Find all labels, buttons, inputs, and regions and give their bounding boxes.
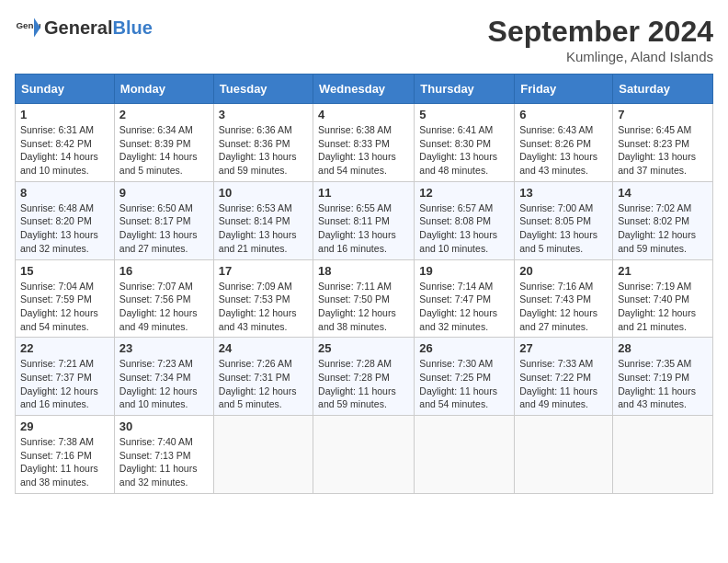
day-info: Sunrise: 6:55 AMSunset: 8:11 PMDaylight:…: [318, 201, 409, 256]
location-text: Kumlinge, Aland Islands: [488, 49, 713, 64]
day-number: 23: [119, 341, 209, 355]
day-number: 10: [219, 186, 308, 200]
logo-icon: General: [15, 15, 40, 40]
day-number: 22: [20, 341, 109, 355]
calendar-cell: 20Sunrise: 7:16 AMSunset: 7:43 PMDayligh…: [515, 259, 613, 338]
day-info: Sunrise: 7:35 AMSunset: 7:19 PMDaylight:…: [618, 357, 708, 411]
day-info: Sunrise: 7:28 AMSunset: 7:28 PMDaylight:…: [318, 357, 409, 411]
day-info: Sunrise: 7:38 AMSunset: 7:16 PMDaylight:…: [20, 435, 109, 489]
calendar-cell: 25Sunrise: 7:28 AMSunset: 7:28 PMDayligh…: [313, 338, 415, 416]
day-info: Sunrise: 6:41 AMSunset: 8:30 PMDaylight:…: [419, 123, 509, 178]
calendar-cell: 15Sunrise: 7:04 AMSunset: 7:59 PMDayligh…: [16, 259, 115, 338]
day-info: Sunrise: 7:04 AMSunset: 7:59 PMDaylight:…: [20, 280, 109, 334]
day-info: Sunrise: 6:48 AMSunset: 8:20 PMDaylight:…: [20, 201, 109, 256]
calendar-cell: 14Sunrise: 7:02 AMSunset: 8:02 PMDayligh…: [613, 181, 713, 259]
day-number: 5: [419, 108, 509, 121]
day-info: Sunrise: 7:40 AMSunset: 7:13 PMDaylight:…: [119, 435, 209, 489]
calendar-cell: 2Sunrise: 6:34 AMSunset: 8:39 PMDaylight…: [114, 104, 213, 182]
day-info: Sunrise: 6:36 AMSunset: 8:36 PMDaylight:…: [219, 123, 308, 178]
day-number: 2: [119, 108, 209, 121]
calendar-cell: 4Sunrise: 6:38 AMSunset: 8:33 PMDaylight…: [313, 104, 415, 182]
calendar-week-row: 1Sunrise: 6:31 AMSunset: 8:42 PMDaylight…: [16, 104, 713, 182]
calendar-cell: [313, 416, 415, 494]
day-number: 29: [20, 419, 109, 433]
day-info: Sunrise: 7:02 AMSunset: 8:02 PMDaylight:…: [618, 201, 708, 256]
day-number: 8: [20, 186, 109, 200]
column-header-friday: Friday: [515, 75, 613, 104]
calendar-cell: 27Sunrise: 7:33 AMSunset: 7:22 PMDayligh…: [515, 338, 613, 416]
day-info: Sunrise: 6:50 AMSunset: 8:17 PMDaylight:…: [119, 201, 209, 256]
title-area: September 2024 Kumlinge, Aland Islands: [488, 15, 713, 64]
calendar-cell: 30Sunrise: 7:40 AMSunset: 7:13 PMDayligh…: [114, 416, 213, 494]
calendar-header-row: SundayMondayTuesdayWednesdayThursdayFrid…: [16, 75, 713, 104]
day-info: Sunrise: 7:33 AMSunset: 7:22 PMDaylight:…: [519, 357, 608, 411]
day-number: 12: [419, 186, 509, 200]
day-info: Sunrise: 7:16 AMSunset: 7:43 PMDaylight:…: [519, 280, 608, 334]
calendar-cell: 18Sunrise: 7:11 AMSunset: 7:50 PMDayligh…: [313, 259, 415, 338]
calendar-cell: 7Sunrise: 6:45 AMSunset: 8:23 PMDaylight…: [613, 104, 713, 182]
day-number: 19: [419, 264, 509, 278]
calendar-week-row: 22Sunrise: 7:21 AMSunset: 7:37 PMDayligh…: [16, 338, 713, 416]
calendar-cell: 9Sunrise: 6:50 AMSunset: 8:17 PMDaylight…: [114, 181, 213, 259]
calendar-cell: 28Sunrise: 7:35 AMSunset: 7:19 PMDayligh…: [613, 338, 713, 416]
logo-general-text: General: [44, 17, 112, 38]
day-info: Sunrise: 7:09 AMSunset: 7:53 PMDaylight:…: [219, 280, 308, 334]
calendar-week-row: 29Sunrise: 7:38 AMSunset: 7:16 PMDayligh…: [16, 416, 713, 494]
day-number: 6: [519, 108, 608, 121]
day-info: Sunrise: 7:11 AMSunset: 7:50 PMDaylight:…: [318, 280, 409, 334]
calendar-cell: 6Sunrise: 6:43 AMSunset: 8:26 PMDaylight…: [515, 104, 613, 182]
calendar-cell: 24Sunrise: 7:26 AMSunset: 7:31 PMDayligh…: [213, 338, 313, 416]
day-number: 18: [318, 264, 409, 278]
calendar-cell: 12Sunrise: 6:57 AMSunset: 8:08 PMDayligh…: [415, 181, 515, 259]
day-info: Sunrise: 7:23 AMSunset: 7:34 PMDaylight:…: [119, 357, 209, 411]
day-info: Sunrise: 7:07 AMSunset: 7:56 PMDaylight:…: [119, 280, 209, 334]
calendar-table: SundayMondayTuesdayWednesdayThursdayFrid…: [15, 74, 713, 494]
calendar-cell: 8Sunrise: 6:48 AMSunset: 8:20 PMDaylight…: [16, 181, 115, 259]
calendar-cell: 10Sunrise: 6:53 AMSunset: 8:14 PMDayligh…: [213, 181, 313, 259]
calendar-cell: 26Sunrise: 7:30 AMSunset: 7:25 PMDayligh…: [415, 338, 515, 416]
column-header-thursday: Thursday: [415, 75, 515, 104]
calendar-cell: 21Sunrise: 7:19 AMSunset: 7:40 PMDayligh…: [613, 259, 713, 338]
day-info: Sunrise: 6:43 AMSunset: 8:26 PMDaylight:…: [519, 123, 608, 178]
calendar-cell: 1Sunrise: 6:31 AMSunset: 8:42 PMDaylight…: [16, 104, 115, 182]
day-info: Sunrise: 6:45 AMSunset: 8:23 PMDaylight:…: [618, 123, 708, 178]
day-info: Sunrise: 7:26 AMSunset: 7:31 PMDaylight:…: [219, 357, 308, 411]
day-number: 26: [419, 341, 509, 355]
column-header-sunday: Sunday: [16, 75, 115, 104]
column-header-tuesday: Tuesday: [213, 75, 313, 104]
page-header: General GeneralBlue September 2024 Kumli…: [15, 15, 713, 64]
day-number: 28: [618, 341, 708, 355]
calendar-cell: 23Sunrise: 7:23 AMSunset: 7:34 PMDayligh…: [114, 338, 213, 416]
day-number: 13: [519, 186, 608, 200]
day-number: 11: [318, 186, 409, 200]
day-number: 30: [119, 419, 209, 433]
calendar-cell: [515, 416, 613, 494]
day-number: 20: [519, 264, 608, 278]
day-number: 14: [618, 186, 708, 200]
calendar-cell: 17Sunrise: 7:09 AMSunset: 7:53 PMDayligh…: [213, 259, 313, 338]
calendar-cell: [415, 416, 515, 494]
day-number: 17: [219, 264, 308, 278]
column-header-wednesday: Wednesday: [313, 75, 415, 104]
day-info: Sunrise: 7:30 AMSunset: 7:25 PMDaylight:…: [419, 357, 509, 411]
calendar-cell: [213, 416, 313, 494]
day-info: Sunrise: 7:21 AMSunset: 7:37 PMDaylight:…: [20, 357, 109, 411]
day-number: 9: [119, 186, 209, 200]
logo: General GeneralBlue: [15, 15, 153, 40]
day-number: 16: [119, 264, 209, 278]
calendar-cell: 29Sunrise: 7:38 AMSunset: 7:16 PMDayligh…: [16, 416, 115, 494]
day-number: 21: [618, 264, 708, 278]
month-title: September 2024: [488, 15, 713, 49]
day-info: Sunrise: 6:38 AMSunset: 8:33 PMDaylight:…: [318, 123, 409, 178]
day-number: 3: [219, 108, 308, 121]
calendar-cell: 3Sunrise: 6:36 AMSunset: 8:36 PMDaylight…: [213, 104, 313, 182]
day-number: 25: [318, 341, 409, 355]
day-info: Sunrise: 7:14 AMSunset: 7:47 PMDaylight:…: [419, 280, 509, 334]
day-info: Sunrise: 7:00 AMSunset: 8:05 PMDaylight:…: [519, 201, 608, 256]
column-header-saturday: Saturday: [613, 75, 713, 104]
column-header-monday: Monday: [114, 75, 213, 104]
calendar-cell: 16Sunrise: 7:07 AMSunset: 7:56 PMDayligh…: [114, 259, 213, 338]
day-info: Sunrise: 6:57 AMSunset: 8:08 PMDaylight:…: [419, 201, 509, 256]
calendar-cell: [613, 416, 713, 494]
calendar-cell: 11Sunrise: 6:55 AMSunset: 8:11 PMDayligh…: [313, 181, 415, 259]
